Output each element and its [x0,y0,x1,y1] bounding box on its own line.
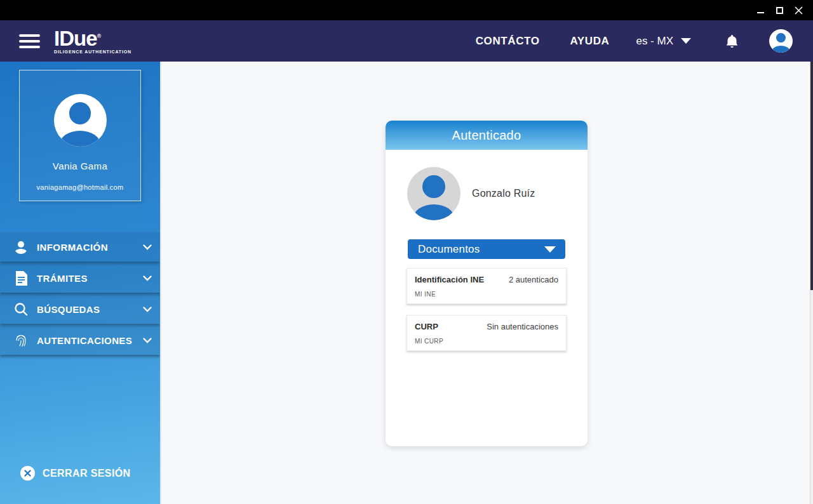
close-circle-icon [20,466,35,481]
card-header: Autenticado [386,121,588,150]
maximize-button[interactable] [770,0,789,20]
profile-row: Gonzalo Ruíz [386,150,588,220]
window-controls [751,0,808,20]
hamburger-icon [19,34,40,37]
document-status: 2 autenticado [509,275,558,284]
logo-text: IDue® [54,28,131,49]
main-content: Autenticado Gonzalo Ruíz Documentos Iden… [160,62,813,504]
sidebar-item-tramites[interactable]: TRÁMITES [0,263,160,293]
logout-label: CERRAR SESIÓN [43,468,131,479]
document-icon [13,271,29,286]
documents-dropdown-button[interactable]: Documentos [408,239,565,259]
document-title: Identificación INE [415,275,484,284]
close-button[interactable] [789,0,808,20]
person-icon [13,240,29,254]
hamburger-menu-button[interactable] [19,34,40,48]
authenticated-card: Autenticado Gonzalo Ruíz Documentos Iden… [386,121,588,446]
sidebar: Vania Gama vaniagamag@hotmail.com INFORM… [0,62,160,504]
logout-button[interactable]: CERRAR SESIÓN [20,466,131,481]
notifications-button[interactable] [725,34,739,49]
vertical-scrollbar [810,62,813,504]
chevron-down-icon [143,307,152,312]
person-avatar [407,167,460,220]
document-subtitle: MI INE [415,291,558,298]
logo-subtitle: DILIGENCE AUTHENTICATION [54,50,131,54]
app-header: IDue® DILIGENCE AUTHENTICATION CONTÁCTO … [0,20,813,62]
document-status: Sin autenticaciones [487,322,558,331]
sidebar-item-label: INFORMACIÓN [37,242,108,253]
sidebar-item-label: BÚSQUEDAS [37,304,100,315]
user-email: vaniagamag@hotmail.com [37,183,124,191]
nav-help-link[interactable]: AYUDA [570,35,610,48]
close-icon [795,6,803,15]
sidebar-item-label: TRÁMITES [37,273,88,284]
chevron-down-icon [544,246,556,253]
fingerprint-icon [13,333,29,347]
documents-dropdown-label: Documentos [418,243,480,256]
documents-list: Identificación INE 2 autenticado MI INE … [406,268,567,351]
user-name: Vania Gama [53,161,107,171]
sidebar-item-autenticaciones[interactable]: AUTENTICACIONES [0,326,160,355]
bell-icon [725,34,739,49]
document-item-curp[interactable]: CURP Sin autenticaciones MI CURP [406,315,567,351]
scrollbar-thumb[interactable] [810,62,813,290]
document-title: CURP [415,322,438,331]
chevron-down-icon [143,244,152,250]
person-name: Gonzalo Ruíz [472,188,535,199]
card-title: Autenticado [452,128,521,143]
language-value: es - MX [636,35,673,48]
minimize-icon [757,12,764,13]
maximize-icon [776,7,783,14]
window-titlebar [0,0,813,20]
registered-mark: ® [97,33,102,39]
nav-contact-link[interactable]: CONTÁCTO [476,35,540,48]
chevron-down-icon [681,38,691,44]
chevron-down-icon [143,338,152,343]
search-icon [13,302,29,316]
minimize-button[interactable] [751,0,770,20]
header-nav: CONTÁCTO AYUDA es - MX [476,29,793,53]
document-subtitle: MI CURP [415,338,558,345]
sidebar-avatar [54,94,107,147]
sidebar-item-informacion[interactable]: INFORMACIÓN [0,232,160,262]
sidebar-item-busquedas[interactable]: BÚSQUEDAS [0,295,160,324]
sidebar-user-card: Vania Gama vaniagamag@hotmail.com [19,70,141,201]
user-avatar-button[interactable] [769,29,793,53]
sidebar-item-label: AUTENTICACIONES [37,335,132,346]
document-item-ine[interactable]: Identificación INE 2 autenticado MI INE [406,268,567,304]
chevron-down-icon [143,275,152,281]
app-logo: IDue® DILIGENCE AUTHENTICATION [54,28,131,54]
language-selector[interactable]: es - MX [636,35,691,48]
sidebar-menu: INFORMACIÓN TRÁMITES BÚSQ [0,232,160,357]
